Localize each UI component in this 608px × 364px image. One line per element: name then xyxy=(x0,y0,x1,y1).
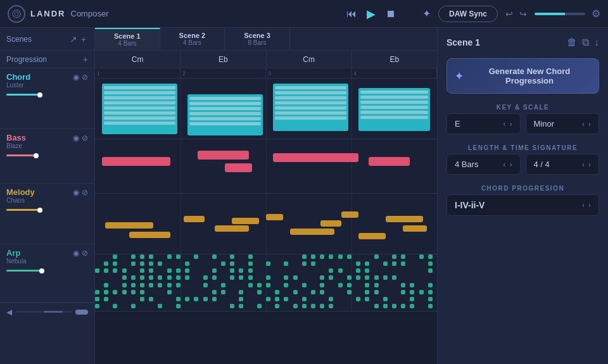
arp-block[interactable] xyxy=(149,297,153,301)
arp-block[interactable] xyxy=(374,275,379,280)
chord-block-4[interactable] xyxy=(358,88,430,131)
arp-block[interactable] xyxy=(158,261,162,266)
chord-label-1[interactable]: Cm xyxy=(95,51,180,68)
melody-block-6[interactable] xyxy=(266,214,283,220)
arp-block[interactable] xyxy=(104,261,108,266)
arp-block[interactable] xyxy=(167,268,172,273)
melody-block-2[interactable] xyxy=(129,232,170,238)
arp-block[interactable] xyxy=(347,290,352,294)
arp-block[interactable] xyxy=(248,275,253,280)
bass-block-5[interactable] xyxy=(369,157,410,166)
arp-block[interactable] xyxy=(329,304,333,308)
arp-block[interactable] xyxy=(230,254,234,259)
melody-headphone-button[interactable]: ◉ xyxy=(73,188,79,197)
arp-block[interactable] xyxy=(329,275,333,280)
arp-block[interactable] xyxy=(428,297,433,301)
arp-block[interactable] xyxy=(302,283,307,287)
arp-block[interactable] xyxy=(374,290,379,294)
arp-block[interactable] xyxy=(158,283,162,287)
bass-lane[interactable] xyxy=(95,139,437,194)
arp-block[interactable] xyxy=(167,254,172,259)
arp-block[interactable] xyxy=(266,297,270,301)
arp-block[interactable] xyxy=(140,297,144,301)
arp-block[interactable] xyxy=(95,304,99,308)
arp-block[interactable] xyxy=(149,268,153,273)
arp-block[interactable] xyxy=(113,254,117,259)
arp-block[interactable] xyxy=(401,261,405,266)
arp-block[interactable] xyxy=(131,261,136,266)
length-next-button[interactable]: › xyxy=(510,160,512,169)
arp-block[interactable] xyxy=(356,261,360,266)
arp-block[interactable] xyxy=(104,268,108,273)
arp-block[interactable] xyxy=(122,283,127,287)
arp-block[interactable] xyxy=(221,290,225,294)
piano-roll-area[interactable]: 1 2 3 4 xyxy=(95,68,437,364)
arp-block[interactable] xyxy=(248,268,253,273)
arp-block[interactable] xyxy=(428,254,433,259)
arp-block[interactable] xyxy=(284,297,288,301)
scene-tab-2[interactable]: Scene 2 4 Bars xyxy=(160,28,225,50)
arp-block[interactable] xyxy=(158,304,162,308)
time-next-button[interactable]: › xyxy=(588,160,591,169)
arp-block[interactable] xyxy=(374,254,379,259)
arp-block[interactable] xyxy=(158,275,162,280)
melody-block-3[interactable] xyxy=(184,216,204,222)
melody-block-11[interactable] xyxy=(386,216,423,222)
arp-block[interactable] xyxy=(176,297,180,301)
arp-block[interactable] xyxy=(356,268,360,273)
arp-mute-button[interactable]: ⊘ xyxy=(82,249,88,258)
scroll-left-button[interactable]: ◀ xyxy=(6,308,12,317)
redo-button[interactable]: ↪ xyxy=(518,8,528,20)
generate-chord-progression-button[interactable]: ✦ Generate New Chord Progression xyxy=(446,58,599,94)
arp-block[interactable] xyxy=(392,261,396,266)
arp-block[interactable] xyxy=(410,283,414,287)
arp-block[interactable] xyxy=(410,290,414,294)
arp-block[interactable] xyxy=(284,283,288,287)
arp-block[interactable] xyxy=(356,275,360,280)
add-progression-button[interactable]: + xyxy=(83,54,88,65)
arp-block[interactable] xyxy=(239,275,243,280)
arp-block[interactable] xyxy=(176,268,180,273)
arp-block[interactable] xyxy=(383,261,388,266)
bass-headphone-button[interactable]: ◉ xyxy=(73,134,79,142)
arp-block[interactable] xyxy=(140,275,144,280)
arp-block[interactable] xyxy=(149,254,153,259)
arp-block[interactable] xyxy=(131,254,136,259)
arp-block[interactable] xyxy=(122,268,127,273)
arp-block[interactable] xyxy=(302,297,307,301)
arp-volume-bar[interactable] xyxy=(6,270,88,272)
arp-block[interactable] xyxy=(257,283,262,287)
scenes-add-button[interactable]: + xyxy=(79,34,88,44)
key-prev-button[interactable]: ‹ xyxy=(504,120,506,129)
arp-block[interactable] xyxy=(320,283,324,287)
arp-block[interactable] xyxy=(239,290,243,294)
arp-block[interactable] xyxy=(248,261,253,266)
arp-block[interactable] xyxy=(401,304,405,308)
arp-block[interactable] xyxy=(338,254,343,259)
arp-block[interactable] xyxy=(275,297,279,301)
arp-block[interactable] xyxy=(428,290,433,294)
arp-block[interactable] xyxy=(365,297,369,301)
arp-headphone-button[interactable]: ◉ xyxy=(73,249,79,258)
arp-block[interactable] xyxy=(221,283,225,287)
arp-block[interactable] xyxy=(113,268,117,273)
chord-mute-button[interactable]: ⊘ xyxy=(82,73,88,82)
arp-block[interactable] xyxy=(365,268,369,273)
time-prev-button[interactable]: ‹ xyxy=(582,160,585,169)
key-next-button[interactable]: › xyxy=(510,120,512,129)
melody-block-1[interactable] xyxy=(105,222,153,229)
arp-block[interactable] xyxy=(365,290,369,294)
melody-block-4[interactable] xyxy=(215,225,249,232)
arp-block[interactable] xyxy=(320,304,324,308)
arp-block[interactable] xyxy=(347,254,352,259)
arp-block[interactable] xyxy=(356,297,360,301)
bass-block-3[interactable] xyxy=(225,163,252,172)
melody-block-12[interactable] xyxy=(403,225,427,232)
arp-block[interactable] xyxy=(131,290,136,294)
arp-block[interactable] xyxy=(329,297,333,301)
arp-block[interactable] xyxy=(185,268,189,273)
arp-block[interactable] xyxy=(347,283,352,287)
arp-block[interactable] xyxy=(140,254,144,259)
arp-block[interactable] xyxy=(311,261,315,266)
arp-block[interactable] xyxy=(293,275,298,280)
